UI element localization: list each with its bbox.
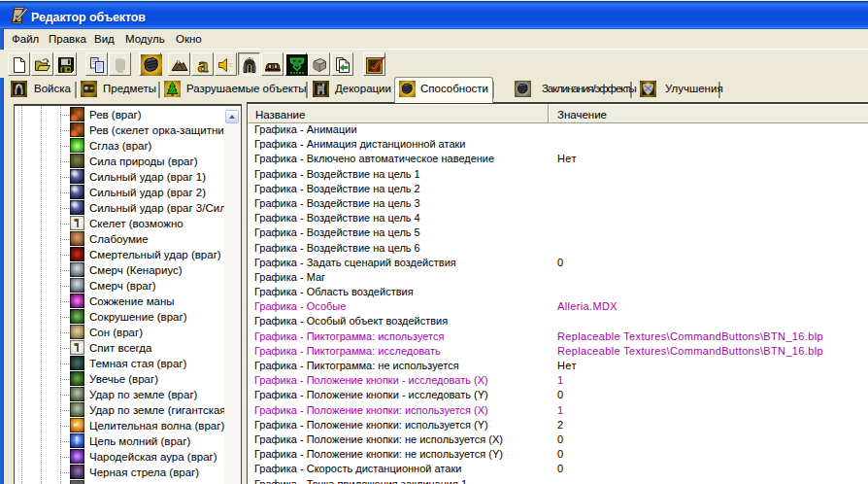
svg-text:a: a [198,56,209,74]
